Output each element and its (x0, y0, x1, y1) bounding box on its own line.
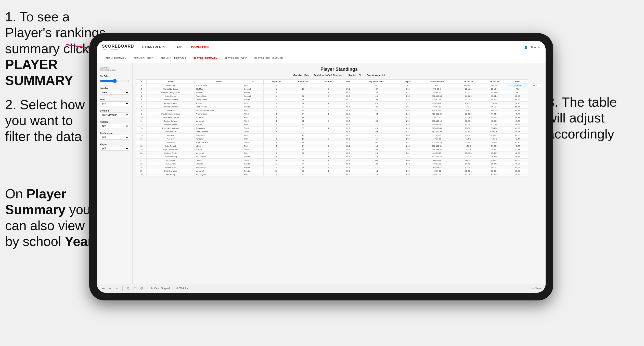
table-cell: 406-172-16 (418, 141, 455, 144)
sub-nav-team-summary[interactable]: TEAM SUMMARY (102, 55, 130, 62)
update-time-label: Update time: (100, 67, 129, 69)
gender-select[interactable]: Men (100, 90, 129, 95)
table-cell: Missouri (195, 162, 243, 166)
table-cell: -1.6 (356, 173, 397, 176)
table-cell: 67.1 (340, 87, 356, 91)
table-cell: 6 (263, 127, 289, 130)
conference-select[interactable]: (All) (100, 135, 129, 140)
table-cell: 22 (289, 151, 317, 155)
table-cell: 3 (136, 91, 147, 94)
no-rds-slider[interactable] (100, 79, 129, 83)
instruction-step2: 2. Select how you want to filter the dat… (5, 97, 92, 144)
paste-icon[interactable]: 📋 (132, 286, 137, 291)
back-icon[interactable]: ← (114, 286, 119, 291)
table-cell: 674-33-12 (418, 102, 455, 105)
col-yr: Yr (243, 80, 263, 84)
instruction-bottom: On Player Summary you can also view by s… (5, 186, 97, 250)
table-cell: Nicholas Gabrelcik (147, 105, 195, 109)
table-cell: 29-38-2 (481, 159, 507, 162)
table-cell: 21 (289, 119, 317, 123)
table-cell: 0 (317, 144, 340, 148)
table-cell: Christo Lamprecht (147, 98, 195, 102)
table-cell: -1.5 (356, 134, 397, 137)
undo-icon[interactable]: ↩ (101, 286, 106, 291)
sub-nav-player-h2h-grid[interactable]: PLAYER H2H GRID (221, 55, 251, 62)
table-cell: 377-82-17 (418, 134, 455, 137)
table-cell: 547-142-38 (418, 94, 455, 98)
timer-icon[interactable]: ⏱ (139, 286, 144, 291)
region-select[interactable]: N/A (100, 124, 129, 128)
table-cell: 0 (317, 151, 340, 155)
table-cell: 11 (263, 162, 289, 166)
table-cell: 13-18-2 (455, 134, 481, 137)
table-cell: 23 (289, 130, 317, 134)
table-cell: Tiger Christensen (147, 148, 195, 151)
table-cell: Fourth (243, 98, 263, 102)
table-cell: 60.55 (507, 134, 528, 137)
table-cell: 23 (289, 169, 317, 173)
table-cell: Florida State (195, 94, 243, 98)
region-control: Region N/A (100, 121, 129, 128)
watch-button[interactable]: 👁 Watch ▾ (176, 287, 189, 290)
view-text: View: Original (154, 287, 170, 290)
table-cell: 2 (317, 105, 340, 109)
table-cell: -2.7 (356, 87, 397, 91)
table-cell: 42.35 (507, 141, 528, 144)
table-cell: Washington (195, 173, 243, 176)
table-cell: 12 (136, 123, 147, 127)
table-cell: Jake Hall (147, 134, 195, 137)
sub-nav-player-h2h-heatmap[interactable]: PLAYER H2H HEATMAP (251, 55, 287, 62)
table-cell: 49-35-9 (481, 151, 507, 155)
division-select[interactable]: NCAA Division I (100, 113, 129, 117)
table-cell: 58.14 (507, 105, 528, 109)
table-cell: 18-7-3 (481, 137, 507, 141)
nav-link-committee[interactable]: COMMITTEE (191, 45, 209, 50)
table-cell: Petr Hruby (147, 173, 195, 176)
update-time-area: Update time: 27/03/2024 16:56:26 (100, 67, 129, 71)
table-cell: 13 (136, 127, 147, 130)
sub-nav-player-summary[interactable]: PLAYER SUMMARY (190, 55, 221, 62)
table-cell: 1.47 (397, 91, 418, 94)
table-cell: Third (243, 119, 263, 123)
main-content: Update time: 27/03/2024 16:56:26 No Rds.… (97, 63, 546, 284)
table-cell: 24-31-5 (455, 94, 481, 98)
table-cell: 2 (136, 87, 147, 91)
table-cell: 1.43 (397, 159, 418, 162)
table-cell: 9 (136, 112, 147, 116)
table-cell: 5 (263, 148, 289, 151)
table-cell: 2 (263, 116, 289, 119)
table-cell: 0 (317, 119, 340, 123)
table-cell: 1.65 (397, 169, 418, 173)
nav-link-tournaments[interactable]: TOURNAMENTS (142, 45, 165, 50)
sign-out-link[interactable]: Sign out (530, 46, 540, 49)
table-cell: Brendan Valdes (147, 123, 195, 127)
copy-icon[interactable]: ⧉ (126, 286, 131, 291)
player-select[interactable]: (All) (100, 146, 129, 151)
table-cell: 11-5-3 (455, 137, 481, 141)
year-select[interactable]: (All) (100, 101, 129, 106)
table-cell: Matthew Riedel (147, 151, 195, 155)
sub-nav: TEAM SUMMARY TEAM H2H GRID TEAM H2H HEAT… (97, 54, 546, 63)
table-cell: -1.8 (356, 144, 397, 148)
table-cell: 5 (136, 98, 147, 102)
table-cell: North Carolina (195, 141, 243, 144)
table-cell: 38-46-4 (481, 127, 507, 130)
col-school: School (195, 80, 243, 84)
table-cell: 27 (289, 94, 317, 98)
table-cell: 53-38-4 (481, 169, 507, 173)
table-cell: 27 (289, 105, 317, 109)
table-cell: 43.83 (507, 127, 528, 130)
watch-label: Watch (179, 287, 187, 290)
table-cell: 607-63-12 (418, 109, 455, 112)
table-cell: Jacob Skov Olesen (147, 116, 195, 119)
share-button[interactable]: ↗ Share (532, 287, 542, 290)
col-conf-rank: Conf Rank (289, 80, 317, 84)
table-cell: 68.2 (340, 94, 356, 98)
table-cell: 4-58-0 (455, 144, 481, 148)
nav-link-teams[interactable]: TEAMS (173, 45, 183, 50)
filter-region: Region: All (349, 74, 362, 77)
sub-nav-team-h2h-grid[interactable]: TEAM H2H GRID (130, 55, 157, 62)
redo-icon[interactable]: ↪ (108, 286, 113, 291)
sub-nav-team-h2h-heatmap[interactable]: TEAM H2H HEATMAP (157, 55, 190, 62)
table-cell: 22-22-0 (481, 91, 507, 94)
